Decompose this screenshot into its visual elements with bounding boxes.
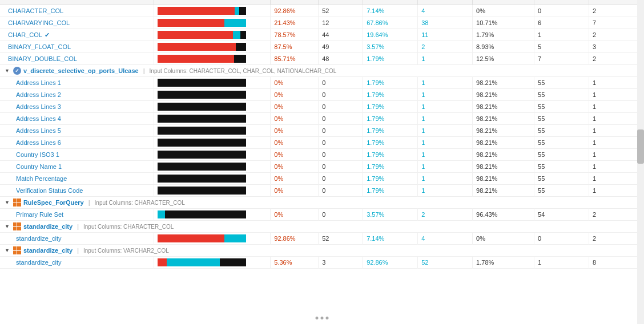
value-distribution-bar — [158, 115, 246, 123]
column-name-cell[interactable]: standardize_city — [0, 233, 154, 245]
num-distinct-cell: 2 — [418, 209, 473, 221]
expand-icon[interactable]: ▼ — [5, 248, 10, 253]
col-header-num-null[interactable] — [319, 0, 363, 5]
num-nondistinct-cell: 0 — [534, 233, 589, 245]
bar-segment-black — [158, 163, 246, 171]
column-name-link[interactable]: Address Lines 3 — [16, 103, 61, 110]
num-nondistinct-cell: 55 — [534, 161, 589, 173]
column-name-link[interactable]: BINARY_FLOAT_COL — [8, 43, 71, 50]
column-name-cell[interactable]: Address Lines 6 — [0, 137, 154, 149]
num-nondistinct-cell: 55 — [534, 101, 589, 113]
num-nondistinct-cell: 55 — [534, 185, 589, 197]
column-name-link[interactable]: CHAR_COL — [8, 31, 42, 38]
pct-nondistinct-cell: 8.93% — [473, 41, 534, 53]
column-name-link[interactable]: Address Lines 6 — [16, 139, 61, 146]
value-distribution-bar — [158, 139, 246, 147]
patterns-cell: 1 — [589, 101, 643, 113]
pct-null-cell: 0% — [271, 125, 319, 137]
column-name-cell[interactable]: Address Lines 3 — [0, 101, 154, 113]
column-name-cell[interactable]: Country ISO3 1 — [0, 149, 154, 161]
col-header-pct-null[interactable] — [271, 0, 319, 5]
num-distinct-cell: 1 — [418, 77, 473, 89]
value-dist-cell — [154, 17, 271, 29]
scrollbar-thumb[interactable] — [637, 129, 644, 164]
column-name-cell[interactable]: standardize_city — [0, 257, 154, 269]
section-name-label[interactable]: v_discrete_selective_op_ports_Ulcase — [23, 67, 139, 74]
column-name-link[interactable]: Address Lines 4 — [16, 115, 61, 122]
column-name-cell[interactable]: BINARY_DOUBLE_COL — [0, 53, 154, 65]
col-header-patterns[interactable] — [589, 0, 643, 5]
column-name-link[interactable]: CHARACTER_COL — [8, 7, 63, 14]
pct-distinct-cell: 7.14% — [363, 233, 418, 245]
column-name-link[interactable]: CHARVARYING_COL — [8, 19, 70, 26]
num-nondistinct-cell: 55 — [534, 149, 589, 161]
num-nondistinct-cell: 55 — [534, 173, 589, 185]
bar-segment-black — [220, 258, 247, 266]
column-name-link[interactable]: Address Lines 5 — [16, 127, 61, 134]
pct-distinct-cell: 1.79% — [363, 185, 418, 197]
num-distinct-cell: 4 — [418, 5, 473, 17]
column-name-link[interactable]: BINARY_DOUBLE_COL — [8, 55, 77, 62]
bar-segment-black — [239, 7, 246, 15]
pct-null-cell: 0% — [271, 113, 319, 125]
value-dist-cell — [154, 257, 271, 269]
table-row: Address Lines 40%01.79%198.21%551 — [0, 113, 644, 125]
column-name-cell[interactable]: Country Name 1 — [0, 161, 154, 173]
col-header-value-dist[interactable] — [154, 0, 271, 5]
pct-nondistinct-cell: 0% — [473, 233, 534, 245]
value-distribution-bar — [158, 187, 246, 195]
col-header-pct-distinct[interactable] — [363, 0, 418, 5]
column-name-link[interactable]: Address Lines 2 — [16, 91, 61, 98]
value-distribution-bar — [158, 19, 246, 27]
col-header-num-distinct[interactable] — [418, 0, 473, 5]
column-name-cell[interactable]: CHARVARYING_COL — [0, 17, 154, 29]
column-name-link[interactable]: Verification Status Code — [16, 187, 83, 194]
expand-icon[interactable]: ▼ — [5, 224, 10, 229]
section-name-label[interactable]: RuleSpec_ForQuery — [23, 199, 84, 206]
column-name-cell[interactable]: CHARACTER_COL — [0, 5, 154, 17]
input-columns-label: Input Columns: VARCHAR2_COL — [83, 248, 169, 254]
column-name-link[interactable]: standardize_city — [16, 235, 62, 242]
pct-null-cell: 87.5% — [271, 41, 319, 53]
patterns-cell: 1 — [589, 77, 643, 89]
column-name-cell[interactable]: Address Lines 4 — [0, 113, 154, 125]
value-dist-cell — [154, 185, 271, 197]
pct-nondistinct-cell: 96.43% — [473, 209, 534, 221]
column-name-cell[interactable]: Primary Rule Set — [0, 209, 154, 221]
scrollbar-track[interactable] — [637, 0, 644, 324]
bar-segment-black — [158, 151, 246, 159]
column-name-cell[interactable]: BINARY_FLOAT_COL — [0, 41, 154, 53]
col-header-columns[interactable] — [0, 0, 154, 5]
num-nondistinct-cell: 55 — [534, 137, 589, 149]
bar-segment-black — [158, 139, 246, 147]
column-name-cell[interactable]: Address Lines 5 — [0, 125, 154, 137]
pct-null-cell: 0% — [271, 161, 319, 173]
column-name-link[interactable]: standardize_city — [16, 259, 62, 266]
column-name-cell[interactable]: Address Lines 2 — [0, 89, 154, 101]
pct-nondistinct-cell: 98.21% — [473, 125, 534, 137]
column-name-cell[interactable]: CHAR_COL✔ — [0, 29, 154, 41]
section-name-label[interactable]: standardize_city — [23, 223, 73, 230]
pct-nondistinct-cell: 98.21% — [473, 161, 534, 173]
section-name-label[interactable]: standardize_city — [23, 247, 73, 254]
column-name-cell[interactable]: Match Percentage — [0, 173, 154, 185]
expand-icon[interactable]: ▼ — [5, 68, 10, 74]
column-name-link[interactable]: Primary Rule Set — [16, 211, 63, 218]
col-header-num-nondistinct[interactable] — [534, 0, 589, 5]
num-distinct-cell: 1 — [418, 89, 473, 101]
column-name-link[interactable]: Address Lines 1 — [16, 79, 61, 86]
num-null-cell: 0 — [319, 77, 363, 89]
column-name-link[interactable]: Country ISO3 1 — [16, 151, 59, 158]
pct-nondistinct-cell: 98.21% — [473, 101, 534, 113]
num-distinct-cell: 11 — [418, 29, 473, 41]
expand-icon[interactable]: ▼ — [5, 200, 10, 205]
pct-distinct-cell: 1.79% — [363, 173, 418, 185]
pct-nondistinct-cell: 98.21% — [473, 77, 534, 89]
column-name-cell[interactable]: Verification Status Code — [0, 185, 154, 197]
column-name-link[interactable]: Match Percentage — [16, 175, 67, 182]
col-header-pct-nondistinct[interactable] — [473, 0, 534, 5]
column-name-link[interactable]: Country Name 1 — [16, 163, 62, 170]
column-name-cell[interactable]: Address Lines 1 — [0, 77, 154, 89]
pct-distinct-cell: 1.79% — [363, 113, 418, 125]
value-dist-cell — [154, 209, 271, 221]
